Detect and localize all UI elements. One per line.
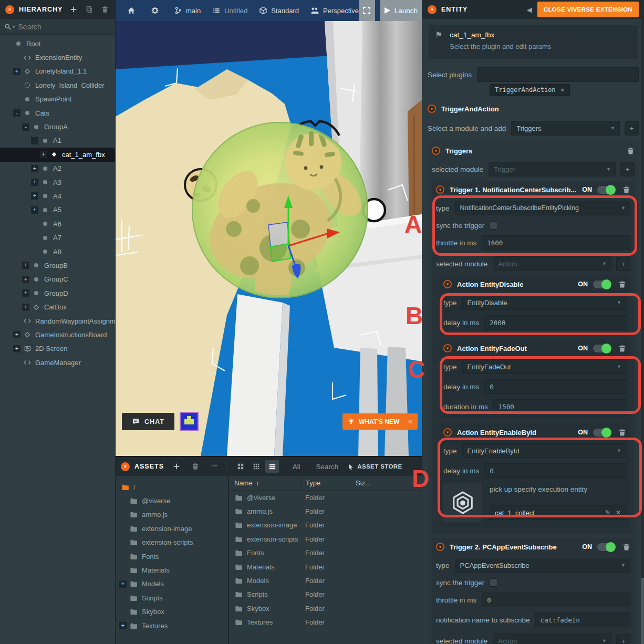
asset-row-scripts[interactable]: ScriptsFolder <box>229 588 422 601</box>
hierarchy-item-groupa[interactable]: -GroupA <box>0 120 115 133</box>
hierarchy-item-extensionentity[interactable]: ExtensionEntity <box>0 50 115 64</box>
action-entity-enable-header[interactable]: ▼ Action EntityEnableById ON <box>443 425 626 439</box>
action-1-delay-input[interactable] <box>484 315 626 330</box>
expand-toggle[interactable]: + <box>31 206 38 214</box>
hierarchy-item-groupd[interactable]: +GroupD <box>0 286 115 300</box>
assets-folder-fonts[interactable]: Fonts <box>116 549 228 563</box>
section-expand-icon[interactable]: ▼ <box>443 428 452 437</box>
notification-name-input[interactable] <box>535 612 630 627</box>
triggers-header[interactable]: ▼ Triggers <box>432 144 635 158</box>
delete-asset-button[interactable] <box>189 460 202 473</box>
hierarchy-item-randomwaypointassignm[interactable]: RandomWaypointAssignm <box>0 314 115 328</box>
hierarchy-item-a4[interactable]: +A4 <box>0 189 115 203</box>
launch-button[interactable]: Launch <box>380 0 422 21</box>
close-viverse-extension-button[interactable]: CLOSE VIVERSE EXTENSION <box>537 2 639 17</box>
delete-action-icon[interactable] <box>618 429 626 437</box>
hierarchy-item-cats[interactable]: -Cats <box>0 106 115 120</box>
add-module-button[interactable]: + <box>625 121 639 136</box>
delete-triggers-icon[interactable] <box>627 147 635 155</box>
toolbar-main-button[interactable]: main <box>174 6 201 15</box>
toolbar-home-button[interactable] <box>127 6 139 15</box>
action-3-delay-input[interactable] <box>484 463 626 478</box>
dismiss-whats-new-icon[interactable]: ✕ <box>408 418 413 425</box>
module-add-dropdown[interactable]: Triggers▼ <box>511 121 620 136</box>
scrollbar-thumb[interactable] <box>641 578 644 644</box>
delete-entity-button[interactable] <box>100 3 110 16</box>
hierarchy-item-a5[interactable]: +A5 <box>0 203 115 217</box>
view-list-button[interactable] <box>265 460 279 473</box>
asset-row-ammo-js[interactable]: ammo.jsFolder <box>229 504 422 518</box>
trigger-1-toggle[interactable] <box>597 186 615 194</box>
selected-module-dropdown[interactable]: Trigger▼ <box>489 162 616 176</box>
assets-folder-scripts[interactable]: Scripts <box>116 591 228 605</box>
trigger-1-throttle-input[interactable] <box>482 235 630 250</box>
trigger-1-type-dropdown[interactable]: NotificationCenterSubscribeEntityPicking… <box>455 201 630 215</box>
column-size[interactable]: Siz... <box>350 476 422 491</box>
assets-folder-ammo-js[interactable]: ammo.js <box>116 508 228 522</box>
hierarchy-item-lonelyisland-1-1[interactable]: +LonelyIsland_1.1 <box>0 65 115 78</box>
trigger-2-type-dropdown[interactable]: PCAppEventSubscribe▼ <box>455 558 630 573</box>
toolbar-perspective-button[interactable]: Perspective <box>310 7 359 15</box>
plugin-tag[interactable]: TriggerAndAction ✕ <box>490 84 570 96</box>
picked-entity-field[interactable]: cat_1_collect ✎ ✕ <box>490 505 626 520</box>
expand-toggle[interactable]: + <box>40 151 47 158</box>
expand-toggle[interactable]: + <box>13 345 20 352</box>
asset-row-extension-image[interactable]: extension-imageFolder <box>229 518 422 532</box>
assets-folder-extension-image[interactable]: extension-image <box>116 522 228 535</box>
hierarchy-item-a6[interactable]: A6 <box>0 217 115 231</box>
add-asset-button[interactable] <box>170 460 183 473</box>
expand-toggle[interactable]: + <box>31 192 38 200</box>
action-1-type-dropdown[interactable]: EntityDisable▼ <box>462 295 626 310</box>
action-2-duration-input[interactable] <box>493 399 626 414</box>
action-entity-fadeout-toggle[interactable] <box>593 345 611 352</box>
clear-entity-icon[interactable]: ✕ <box>616 509 621 516</box>
delete-trigger-1-icon[interactable] <box>622 186 630 194</box>
assets-folder-extension-scripts[interactable]: extension-scripts <box>116 536 228 549</box>
trigger-2-throttle-input[interactable] <box>482 593 630 607</box>
whats-new-button[interactable]: WHAT'S NEW ✕ <box>342 413 418 430</box>
hierarchy-item-gameinstructionsboard[interactable]: +GameInstructionsBoard <box>0 328 115 341</box>
assets-folder-skybox[interactable]: Skybox <box>116 605 228 619</box>
expand-toggle[interactable]: + <box>22 276 29 283</box>
hierarchy-item-gamemanager[interactable]: GameManager <box>0 356 115 369</box>
sync-trigger-checkbox[interactable] <box>490 221 498 230</box>
assets-folder-textures[interactable]: +Textures <box>116 619 228 632</box>
viewport-scene[interactable] <box>116 21 422 456</box>
delete-action-icon[interactable] <box>618 281 626 288</box>
expand-toggle[interactable]: + <box>119 622 127 629</box>
hierarchy-item-lonely-island-collider[interactable]: Lonely_Island_Collider <box>0 78 115 92</box>
expand-toggle[interactable]: + <box>22 262 29 269</box>
trigger-2-header[interactable]: ▼ Trigger 2. PCAppEventSubscribe ON <box>436 540 630 554</box>
duplicate-entity-button[interactable] <box>85 3 94 16</box>
trigger-1-header[interactable]: ▼ Trigger 1. NotificationCenterSubscrib.… <box>436 183 630 196</box>
asset-row-extension-scripts[interactable]: extension-scriptsFolder <box>229 532 422 546</box>
view-large-grid-button[interactable] <box>234 460 247 473</box>
action-entity-disable-header[interactable]: ▼ Action EntityDisable ON <box>443 277 626 291</box>
hierarchy-item-a2[interactable]: +A2 <box>0 162 115 175</box>
expand-toggle[interactable]: + <box>31 165 38 172</box>
hierarchy-item-groupc[interactable]: +GroupC <box>0 273 115 286</box>
section-expand-icon[interactable]: ▼ <box>428 105 436 113</box>
hierarchy-item-a7[interactable]: A7 <box>0 231 115 244</box>
chat-button[interactable]: CHAT <box>122 413 174 430</box>
hierarchy-search-input[interactable] <box>18 23 113 31</box>
assets-folder-models[interactable]: +Models <box>116 577 228 591</box>
assets-filter-dropdown[interactable]: All <box>293 463 300 471</box>
collapse-toggle[interactable]: - <box>13 109 20 117</box>
action-entity-fadeout-header[interactable]: ▼ Action EntityFadeOut ON <box>443 341 626 355</box>
assets-folder--viverse[interactable]: @viverse <box>116 494 228 507</box>
edit-entity-icon[interactable]: ✎ <box>605 509 610 516</box>
expand-toggle[interactable]: + <box>22 304 29 311</box>
action-2-delay-input[interactable] <box>484 379 626 394</box>
trigger-1-module-dropdown[interactable]: Action▼ <box>493 256 611 271</box>
add-selected-module-button[interactable]: + <box>620 162 635 176</box>
hierarchy-item-catbox[interactable]: +CatBox <box>0 300 115 314</box>
action-entity-disable-toggle[interactable] <box>593 281 611 288</box>
asset-row-materials[interactable]: MaterialsFolder <box>229 560 422 574</box>
hierarchy-item-root[interactable]: Root <box>0 37 115 50</box>
action-2-type-dropdown[interactable]: EntityFadeOut▼ <box>462 359 626 374</box>
add-action-button[interactable]: + <box>616 257 630 271</box>
delete-action-icon[interactable] <box>618 345 626 352</box>
hierarchy-item-2d-screen[interactable]: +2D Screen <box>0 342 115 356</box>
trigger-2-toggle[interactable] <box>597 543 615 551</box>
